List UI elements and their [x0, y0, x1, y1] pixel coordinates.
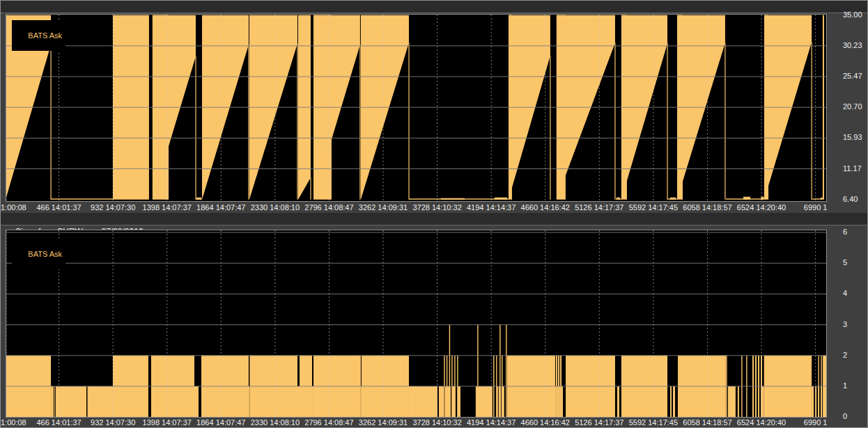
sizes-plot-canvas: [6, 230, 827, 418]
x-tick-label: 6058 14:18:57: [683, 418, 731, 427]
x-tick-label: 5592 14:17:45: [629, 203, 678, 212]
y-tick-label: 35.00: [843, 10, 862, 19]
prices-x-axis: 1:00:08466 14:01:37932 14:07:301398 14:0…: [0, 202, 868, 213]
prices-plot-canvas: [6, 14, 827, 202]
x-tick-label: 932 14:07:30: [91, 418, 135, 427]
x-tick-label: 5592 14:17:45: [629, 418, 678, 427]
x-tick-label: 4660 14:16:42: [521, 203, 570, 212]
y-tick-label: 0: [843, 412, 847, 420]
x-tick-label: 1398 14:07:37: [143, 203, 192, 212]
y-tick-label: 6: [843, 228, 847, 236]
x-tick-label: 466 14:01:37: [36, 203, 81, 212]
x-tick-label: 1864 14:07:47: [196, 203, 245, 212]
x-tick-label: 6058 14:18:57: [683, 203, 731, 212]
x-tick-label: 1864 14:07:47: [196, 418, 245, 427]
x-tick-label: 2796 14:08:47: [304, 418, 353, 427]
y-tick-label: 6.40: [843, 195, 858, 203]
x-tick-label: 4660 14:16:42: [521, 418, 570, 427]
prices-legend: BATS Ask: [12, 20, 65, 51]
sizes-x-axis: 1:00:08466 14:01:37932 14:07:301398 14:0…: [0, 417, 868, 428]
x-tick-label: 2796 14:08:47: [304, 203, 353, 212]
x-tick-label: 6524 14:20:40: [737, 418, 786, 427]
x-tick-label: 4194 14:14:37: [467, 418, 516, 427]
y-tick-label: 3: [843, 320, 847, 328]
x-tick-label: 1:00:08: [1, 203, 26, 212]
prices-chart: BATS Ask: [6, 14, 827, 202]
y-tick-label: 5: [843, 258, 847, 267]
x-tick-label: 932 14:07:30: [91, 203, 135, 212]
x-tick-label: 3262 14:09:31: [359, 418, 408, 427]
y-tick-label: 4: [843, 289, 847, 297]
prices-legend-label: BATS Ask: [28, 31, 62, 40]
x-tick-label: 5126 14:17:37: [575, 203, 623, 212]
x-tick-label: 5126 14:17:37: [575, 418, 623, 427]
x-tick-label: 466 14:01:37: [36, 418, 81, 427]
x-tick-label: 6990 1: [804, 203, 828, 212]
x-tick-label: 2330 14:08:10: [251, 203, 300, 212]
y-tick-label: 2: [843, 351, 847, 359]
sizes-legend-label: BATS Ask: [28, 250, 62, 258]
x-tick-label: 1398 14:07:37: [143, 418, 192, 427]
x-tick-label: 6990 1: [804, 418, 828, 427]
x-tick-label: 4194 14:14:37: [467, 203, 516, 212]
y-tick-label: 20.70: [843, 102, 862, 111]
sizes-chart: BATS Ask: [6, 230, 827, 418]
x-tick-label: 6524 14:20:40: [737, 203, 786, 212]
y-tick-label: 15.93: [843, 133, 862, 141]
y-tick-label: 25.47: [843, 72, 862, 80]
sizes-title-bar: Sizes for eSURW on 07/28/2010: [1, 213, 867, 225]
x-tick-label: 2330 14:08:10: [251, 418, 300, 427]
prices-title-bar: Prices for eSURW on 07/28/2010: [1, 1, 867, 13]
sizes-legend: BATS Ask: [12, 239, 65, 269]
x-tick-label: 3728 14:10:32: [412, 418, 461, 427]
x-tick-label: 1:00:08: [1, 418, 26, 427]
x-tick-label: 3262 14:09:31: [359, 203, 408, 212]
y-tick-label: 30.23: [843, 41, 862, 49]
y-tick-label: 1: [843, 381, 847, 390]
quote-viewer-window: Prices for eSURW on 07/28/2010 BATS Ask …: [0, 0, 868, 428]
y-tick-label: 11.17: [843, 164, 862, 173]
x-tick-label: 3728 14:10:32: [412, 203, 461, 212]
